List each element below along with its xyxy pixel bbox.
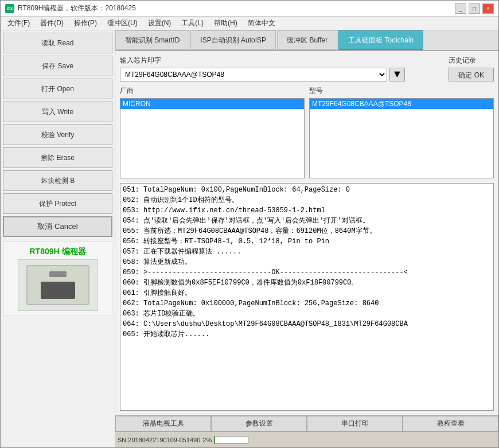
log-line: 052: 自动识别到1个ID相符的型号。 xyxy=(123,195,491,205)
history-group: 历史记录 确定 OK xyxy=(449,56,494,81)
log-line: 056: 转接座型号：RT-TSOP48-1, 0.5, 12*18, Pin … xyxy=(123,236,491,247)
close-button[interactable]: × xyxy=(482,3,494,14)
menu-language[interactable]: 简体中文 xyxy=(243,17,280,29)
programmer-image xyxy=(18,259,98,311)
vendor-group: 厂商 MICRON xyxy=(120,86,305,178)
log-line: 060: 引脚检测数值为0x8F5EF10799C0，器件库数值为0xF18F0… xyxy=(123,278,491,288)
menu-help[interactable]: 帮助(H) xyxy=(209,17,242,29)
protect-button[interactable]: 保护 Protect xyxy=(3,193,112,214)
menu-operation[interactable]: 操作(P) xyxy=(69,17,102,29)
model-group: 型号 MT29F64G08CBAAA@TSOP48 xyxy=(309,86,494,178)
chip-select[interactable]: MT29F64G08CBAAA@TSOP48 xyxy=(120,68,387,81)
read-button[interactable]: 读取 Read xyxy=(3,33,112,53)
title-bar-left: ifix RT809H编程器，软件版本：20180425 xyxy=(5,3,136,13)
bottom-tab-params[interactable]: 参数设置 xyxy=(211,416,307,431)
menu-bar: 文件(F) 器件(D) 操作(P) 缓冲区(U) 设置(N) 工具(L) 帮助(… xyxy=(1,17,498,30)
history-label: 历史记录 xyxy=(449,56,476,65)
log-area[interactable]: 051: TotalPageNum: 0x100,PageNumInBlock:… xyxy=(120,183,494,411)
menu-buffer[interactable]: 缓冲区(U) xyxy=(103,17,142,29)
bottom-tab-serial[interactable]: 串口打印 xyxy=(307,416,403,431)
log-line: 065: 开始读取芯片...... xyxy=(123,329,491,340)
bottom-tab-tutorial[interactable]: 教程查看 xyxy=(403,416,498,431)
content-area: 输入芯片印字 MT29F64G08CBAAA@TSOP48 ▼ 历史记录 确定 … xyxy=(115,51,498,415)
tab-bar: 智能识别 SmartID ISP自动识别 AutoISP 缓冲区 Buffer … xyxy=(115,30,498,51)
open-button[interactable]: 打开 Open xyxy=(3,79,112,99)
main-window: ifix RT809H编程器，软件版本：20180425 _ □ × 文件(F)… xyxy=(0,0,499,448)
log-line: 055: 当前所选：MT29F64G08CBAAA@TSOP48，容量：6912… xyxy=(123,226,491,236)
title-bar: ifix RT809H编程器，软件版本：20180425 _ □ × xyxy=(1,1,498,17)
right-panel: 智能识别 SmartID ISP自动识别 AutoISP 缓冲区 Buffer … xyxy=(115,30,498,447)
left-panel: 读取 Read 保存 Save 打开 Open 写入 Write 校验 Veri… xyxy=(1,30,115,447)
confirm-button[interactable]: 确定 OK xyxy=(449,68,494,81)
progress-bar-fill xyxy=(215,437,215,443)
chip-section: 输入芯片印字 MT29F64G08CBAAA@TSOP48 ▼ 历史记录 确定 … xyxy=(120,56,494,81)
model-label: 型号 xyxy=(309,86,494,96)
vendor-list[interactable]: MICRON xyxy=(120,98,305,178)
main-content: 读取 Read 保存 Save 打开 Open 写入 Write 校验 Veri… xyxy=(1,30,498,447)
tab-smartid[interactable]: 智能识别 SmartID xyxy=(115,30,189,50)
title-controls: _ □ × xyxy=(455,3,494,14)
log-line: 063: 芯片ID校验正确。 xyxy=(123,309,491,319)
status-bar: SN:20180422190109-051490 2% xyxy=(115,431,498,447)
cancel-button[interactable]: 取消 Cancel xyxy=(3,216,112,237)
chip-input-label: 输入芯片印字 xyxy=(120,56,405,65)
chip-dropdown-icon[interactable]: ▼ xyxy=(389,68,406,81)
log-line: 057: 正在下载器件编程算法 ...... xyxy=(123,247,491,257)
log-line: 051: TotalPageNum: 0x100,PageNumInBlock:… xyxy=(123,185,491,195)
prog-connector xyxy=(49,271,67,277)
erase-button[interactable]: 擦除 Erase xyxy=(3,147,112,168)
app-icon: ifix xyxy=(5,4,14,13)
chip-input-row: MT29F64G08CBAAA@TSOP48 ▼ xyxy=(120,68,405,81)
model-item[interactable]: MT29F64G08CBAAA@TSOP48 xyxy=(310,99,493,109)
chip-input-group: 输入芯片印字 MT29F64G08CBAAA@TSOP48 ▼ xyxy=(120,56,405,81)
progress-bar xyxy=(214,436,248,444)
menu-tools[interactable]: 工具(L) xyxy=(177,17,208,29)
tab-toolchain[interactable]: 工具链面板 Toolchain xyxy=(338,30,423,50)
menu-settings[interactable]: 设置(N) xyxy=(143,17,176,29)
programmer-image-area: RT809H 编程器 xyxy=(3,241,112,316)
log-line: 064: C:\Users\dushu\Desktop\MT29F64G08CB… xyxy=(123,319,491,329)
menu-device[interactable]: 器件(D) xyxy=(36,17,68,29)
vendor-label: 厂商 xyxy=(120,86,305,96)
menu-file[interactable]: 文件(F) xyxy=(3,17,34,29)
tab-buffer[interactable]: 缓冲区 Buffer xyxy=(277,30,337,50)
tab-autoisp[interactable]: ISP自动识别 AutoISP xyxy=(190,30,276,50)
log-line: 061: 引脚接触良好。 xyxy=(123,288,491,298)
log-line: 054: 点'读取'后会先弹出'保存'对话框，点'写入'后会先弹出'打开'对话框… xyxy=(123,216,491,226)
verify-button[interactable]: 校验 Verify xyxy=(3,124,112,145)
prog-socket xyxy=(41,282,75,299)
sn-text: SN:20180422190109-051490 xyxy=(118,437,200,443)
log-line: 062: TotalPageNum: 0x100000,PageNumInBlo… xyxy=(123,298,491,309)
minimize-button[interactable]: _ xyxy=(455,3,466,14)
log-line: 058: 算法更新成功。 xyxy=(123,257,491,267)
write-button[interactable]: 写入 Write xyxy=(3,102,112,122)
programmer-body xyxy=(26,265,89,305)
title-text: RT809H编程器，软件版本：20180425 xyxy=(18,3,136,13)
log-line: 053: http://www.ifix.net.cn/thread-53859… xyxy=(123,205,491,216)
progress-label: 2% xyxy=(202,437,212,443)
vendor-item-micron[interactable]: MICRON xyxy=(120,99,304,109)
save-button[interactable]: 保存 Save xyxy=(3,56,112,76)
vendor-model-row: 厂商 MICRON 型号 MT29F64G08CBAAA@TSOP48 xyxy=(120,86,494,178)
bottom-tabs: 液晶电视工具 参数设置 串口打印 教程查看 xyxy=(115,415,498,431)
bad-block-button[interactable]: 坏块检测 B xyxy=(3,170,112,191)
maximize-button[interactable]: □ xyxy=(469,3,480,14)
log-line: 059: >------------------------------OK--… xyxy=(123,267,491,278)
programmer-label: RT809H 编程器 xyxy=(29,247,85,257)
bottom-tab-tv[interactable]: 液晶电视工具 xyxy=(115,416,211,431)
model-list[interactable]: MT29F64G08CBAAA@TSOP48 xyxy=(309,98,494,178)
